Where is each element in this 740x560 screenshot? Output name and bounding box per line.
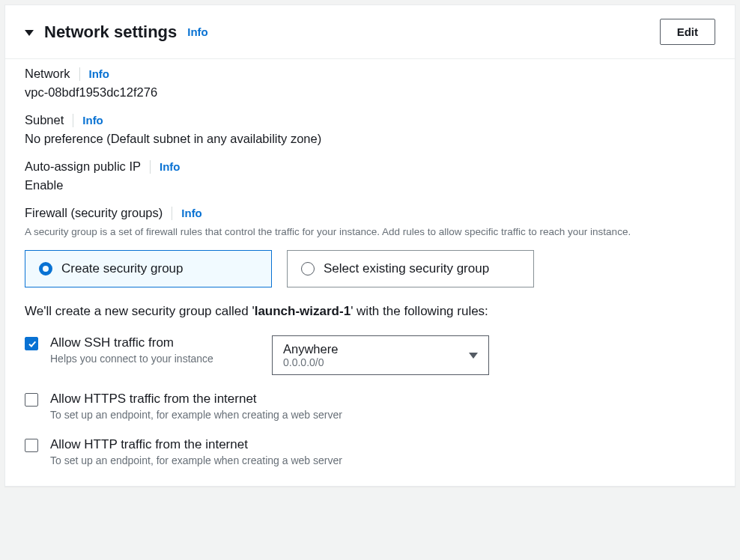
check-icon	[28, 339, 36, 347]
radio-icon	[39, 262, 52, 276]
https-rule-row: Allow HTTPS traffic from the internet To…	[25, 392, 715, 421]
network-field: Network Info vpc-08bdf1953dc12f276	[25, 67, 715, 100]
sg-note-name: launch-wizard-1	[255, 304, 351, 318]
divider	[172, 207, 172, 220]
panel-title: Network settings	[44, 22, 177, 42]
ssh-source-select[interactable]: Anywhere 0.0.0.0/0	[272, 335, 489, 375]
divider	[73, 114, 73, 127]
security-group-radio-group: Create security group Select existing se…	[25, 250, 715, 287]
https-rule-desc: To set up an endpoint, for example when …	[50, 409, 715, 421]
select-sg-label: Select existing security group	[324, 261, 489, 276]
create-security-group-radio[interactable]: Create security group	[25, 250, 272, 287]
network-label: Network	[25, 67, 70, 81]
collapse-caret-icon[interactable]	[25, 30, 34, 36]
subnet-field: Subnet Info No preference (Default subne…	[25, 113, 715, 146]
create-sg-label: Create security group	[61, 261, 184, 276]
allow-ssh-checkbox[interactable]	[25, 337, 38, 350]
http-rule-desc: To set up an endpoint, for example when …	[50, 454, 715, 466]
firewall-label: Firewall (security groups)	[25, 206, 163, 220]
panel-header: Network settings Info Edit	[5, 5, 735, 58]
divider	[150, 160, 151, 174]
https-rule-label: Allow HTTPS traffic from the internet	[50, 392, 715, 407]
public-ip-info-link[interactable]: Info	[160, 160, 181, 173]
select-security-group-radio[interactable]: Select existing security group	[287, 250, 534, 287]
subnet-label: Subnet	[25, 113, 64, 127]
header-info-link[interactable]: Info	[187, 25, 208, 38]
allow-https-checkbox[interactable]	[25, 393, 38, 407]
subnet-value: No preference (Default subnet in any ava…	[25, 132, 715, 146]
network-settings-panel: Network settings Info Edit Network Info …	[4, 4, 736, 487]
allow-http-checkbox[interactable]	[25, 439, 38, 452]
public-ip-field: Auto-assign public IP Info Enable	[25, 159, 715, 192]
http-rule-row: Allow HTTP traffic from the internet To …	[25, 437, 715, 466]
public-ip-label: Auto-assign public IP	[25, 159, 141, 174]
firewall-info-link[interactable]: Info	[181, 207, 202, 219]
ssh-rule-desc: Helps you connect to your instance	[50, 353, 260, 365]
ssh-source-value: Anywhere	[283, 342, 338, 356]
ssh-rule-label: Allow SSH traffic from	[50, 335, 260, 350]
firewall-field: Firewall (security groups) Info A securi…	[25, 206, 715, 466]
panel-body: Network Info vpc-08bdf1953dc12f276 Subne…	[5, 58, 735, 486]
security-group-note: We'll create a new security group called…	[25, 304, 715, 319]
radio-icon	[301, 262, 315, 276]
firewall-desc: A security group is a set of firewall ru…	[25, 225, 715, 240]
subnet-info-link[interactable]: Info	[82, 114, 103, 127]
sg-note-prefix: We'll create a new security group called…	[25, 304, 255, 318]
public-ip-value: Enable	[25, 178, 715, 192]
network-value: vpc-08bdf1953dc12f276	[25, 85, 715, 100]
ssh-source-detail: 0.0.0.0/0	[283, 356, 338, 368]
chevron-down-icon	[469, 353, 478, 359]
ssh-rule-row: Allow SSH traffic from Helps you connect…	[25, 335, 715, 375]
http-rule-label: Allow HTTP traffic from the internet	[50, 437, 715, 452]
edit-button[interactable]: Edit	[660, 19, 715, 45]
divider	[79, 67, 80, 81]
sg-note-suffix: ' with the following rules:	[351, 304, 488, 318]
network-info-link[interactable]: Info	[89, 67, 110, 80]
panel-title-group[interactable]: Network settings Info	[25, 22, 208, 42]
